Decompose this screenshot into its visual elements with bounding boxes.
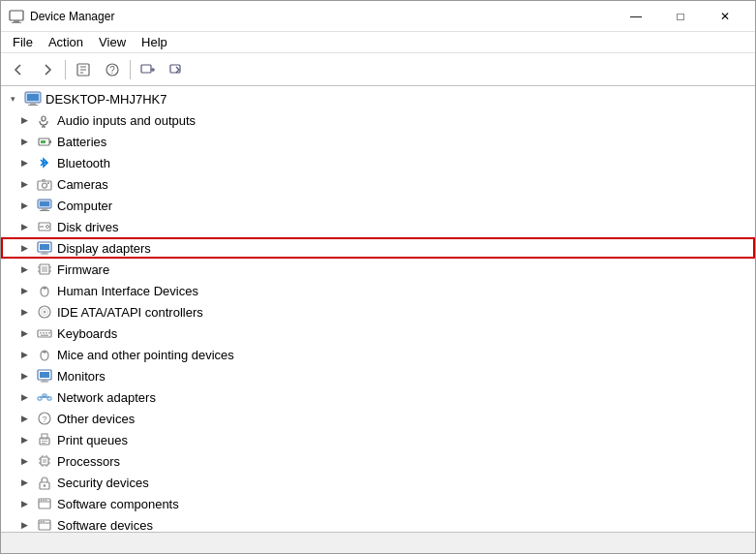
tree-item-disk[interactable]: ▶ Disk drives xyxy=(1,216,755,237)
ide-label: IDE ATA/ATAPI controllers xyxy=(57,305,203,320)
properties-button[interactable] xyxy=(70,56,97,83)
svg-rect-16 xyxy=(28,105,38,106)
expand-cameras[interactable]: ▶ xyxy=(16,176,32,192)
audio-label: Audio inputs and outputs xyxy=(57,113,196,128)
expand-softwarecomp[interactable]: ▶ xyxy=(16,496,32,511)
expand-computer[interactable]: ▶ xyxy=(16,198,32,213)
processors-icon xyxy=(36,452,53,470)
expand-other[interactable]: ▶ xyxy=(16,411,32,426)
svg-rect-53 xyxy=(45,332,47,334)
svg-rect-37 xyxy=(41,254,48,255)
tree-item-print[interactable]: ▶ Print queues xyxy=(1,429,755,450)
svg-rect-21 xyxy=(49,140,51,143)
expand-keyboards[interactable]: ▶ xyxy=(16,325,32,341)
close-button[interactable]: ✕ xyxy=(703,1,747,32)
svg-rect-62 xyxy=(41,382,48,383)
help-button[interactable]: ? xyxy=(99,56,126,83)
back-button[interactable] xyxy=(5,56,32,83)
expand-root[interactable]: ▾ xyxy=(5,91,20,107)
tree-item-display[interactable]: ▶ Display adapters xyxy=(1,237,755,259)
update-driver-button[interactable] xyxy=(164,56,191,83)
firmware-icon xyxy=(36,261,53,278)
maximize-button[interactable]: □ xyxy=(658,1,703,32)
keyboard-icon xyxy=(36,324,53,342)
tree-item-security[interactable]: ▶ Security devices xyxy=(1,472,755,493)
tree-item-audio[interactable]: ▶ Audio inputs and outputs xyxy=(1,109,755,131)
menu-view[interactable]: View xyxy=(91,33,134,51)
network-label: Network adapters xyxy=(57,390,156,405)
expand-firmware[interactable]: ▶ xyxy=(16,262,32,277)
svg-rect-35 xyxy=(40,244,49,250)
tree-root[interactable]: ▾ DESKTOP-MHJ7HK7 xyxy=(1,88,755,109)
tree-item-ide[interactable]: ▶ IDE ATA/ATAPI controllers xyxy=(1,301,755,323)
tree-item-softwaredev[interactable]: ▶ Software devices xyxy=(1,514,755,532)
tree-item-hid[interactable]: ▶ Human Interface Devices xyxy=(1,280,755,301)
svg-rect-54 xyxy=(48,332,50,334)
svg-point-24 xyxy=(43,183,47,188)
content-area[interactable]: ▾ DESKTOP-MHJ7HK7 ▶ xyxy=(1,86,755,532)
expand-network[interactable]: ▶ xyxy=(16,389,32,405)
security-icon xyxy=(36,474,53,491)
tree-item-softwarecomp[interactable]: ▶ Software components xyxy=(1,493,755,514)
cameras-label: Cameras xyxy=(57,177,108,192)
tree-item-network[interactable]: ▶ Network adapters xyxy=(1,386,755,408)
expand-mice[interactable]: ▶ xyxy=(16,347,32,362)
expand-display[interactable]: ▶ xyxy=(16,240,32,256)
svg-rect-23 xyxy=(38,181,51,190)
expand-processors[interactable]: ▶ xyxy=(16,453,32,469)
svg-rect-1 xyxy=(14,20,19,22)
svg-rect-22 xyxy=(41,140,45,143)
svg-rect-60 xyxy=(40,372,49,378)
tree-item-processors[interactable]: ▶ Processors xyxy=(1,450,755,472)
tree-item-monitors[interactable]: ▶ Monitors xyxy=(1,365,755,386)
display-label: Display adapters xyxy=(57,241,151,256)
status-bar xyxy=(1,532,755,553)
svg-point-86 xyxy=(44,484,45,486)
menu-file[interactable]: File xyxy=(5,33,41,51)
svg-rect-2 xyxy=(12,22,21,23)
svg-rect-61 xyxy=(43,380,46,382)
print-label: Print queues xyxy=(57,433,128,447)
expand-ide[interactable]: ▶ xyxy=(16,304,32,320)
computer-icon xyxy=(24,90,42,108)
svg-rect-36 xyxy=(43,252,46,254)
svg-point-91 xyxy=(45,500,47,502)
softwaredev-icon xyxy=(36,516,53,532)
menu-action[interactable]: Action xyxy=(41,33,91,51)
tree-item-computer[interactable]: ▶ Computer xyxy=(1,195,755,216)
firmware-label: Firmware xyxy=(57,262,109,277)
computer-label: Computer xyxy=(57,199,112,213)
device-manager-window: Device Manager — □ ✕ File Action View He… xyxy=(0,0,756,554)
scan-button[interactable] xyxy=(135,56,162,83)
expand-softwaredev[interactable]: ▶ xyxy=(16,517,32,532)
expand-print[interactable]: ▶ xyxy=(16,432,32,447)
expand-security[interactable]: ▶ xyxy=(16,475,32,490)
svg-rect-73 xyxy=(42,441,47,442)
display-icon xyxy=(36,239,53,257)
svg-point-90 xyxy=(43,500,45,502)
expand-disk[interactable]: ▶ xyxy=(16,219,32,234)
expand-bluetooth[interactable]: ▶ xyxy=(16,155,32,170)
svg-point-48 xyxy=(44,311,46,314)
other-icon: ? xyxy=(36,410,53,427)
expand-monitors[interactable]: ▶ xyxy=(16,368,32,384)
softwarecomp-icon xyxy=(36,495,53,512)
svg-rect-17 xyxy=(42,116,45,121)
tree-item-bluetooth[interactable]: ▶ Bluetooth xyxy=(1,152,755,173)
expand-hid[interactable]: ▶ xyxy=(16,283,32,298)
menu-help[interactable]: Help xyxy=(134,33,175,51)
tree-item-cameras[interactable]: ▶ Cameras xyxy=(1,173,755,195)
expand-batteries[interactable]: ▶ xyxy=(16,134,32,149)
forward-button[interactable] xyxy=(34,56,61,83)
tree-item-other[interactable]: ▶ ? Other devices xyxy=(1,408,755,429)
network-icon xyxy=(36,388,53,406)
minimize-button[interactable]: — xyxy=(614,1,658,32)
tree-item-mice[interactable]: ▶ Mice and other pointing devices xyxy=(1,344,755,365)
svg-rect-30 xyxy=(40,210,49,211)
tree-item-firmware[interactable]: ▶ Firmware xyxy=(1,259,755,280)
tree-item-batteries[interactable]: ▶ Batteries xyxy=(1,131,755,152)
svg-text:?: ? xyxy=(109,65,115,76)
expand-audio[interactable]: ▶ xyxy=(16,112,32,128)
tree-item-keyboards[interactable]: ▶ Keyboards xyxy=(1,323,755,344)
monitors-label: Monitors xyxy=(57,369,106,384)
